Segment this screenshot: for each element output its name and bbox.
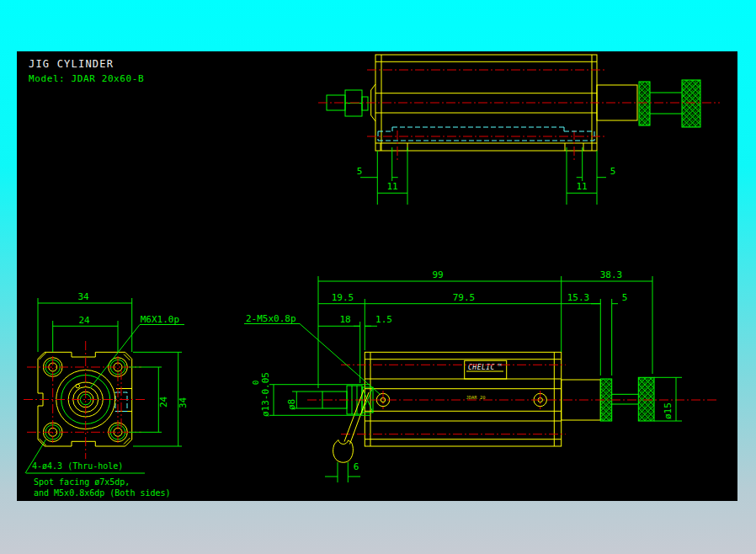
title-block: JIG CYLINDER Model: JDAR 20x60-B bbox=[29, 58, 144, 84]
nameplate: CHELIC TM JDAR 20 bbox=[465, 360, 507, 400]
wrench-symbol bbox=[333, 390, 369, 462]
body-marking: JDAR 20 bbox=[466, 395, 485, 400]
cad-drawing: JIG CYLINDER Model: JDAR 20x60-B bbox=[17, 51, 737, 501]
top-view-hidden-lines bbox=[378, 127, 594, 141]
top-view-adjuster bbox=[639, 80, 700, 127]
dim-piston-dia: ø8 bbox=[286, 399, 297, 410]
dim-gap: 1.5 bbox=[375, 314, 392, 325]
drawing-title: JIG CYLINDER bbox=[29, 58, 114, 70]
dim-extension-length: 15.3 bbox=[567, 292, 590, 303]
top-view: 5 11 5 11 bbox=[318, 55, 720, 205]
dim-port-width-right: 11 bbox=[576, 181, 587, 192]
dim-bolt-spacing-v: 24 bbox=[158, 396, 169, 408]
knurled-knob bbox=[638, 377, 654, 421]
note-spot-facing-1: Spot facing ø7x5dp, bbox=[34, 477, 130, 487]
dim-right-total: 38.3 bbox=[600, 269, 623, 280]
thread-callout: M6X1.0p bbox=[141, 314, 179, 325]
top-view-dimensions: 5 11 5 11 bbox=[357, 147, 616, 205]
dim-bolt-spacing-h: 24 bbox=[78, 315, 90, 326]
top-view-centerlines bbox=[318, 70, 720, 162]
dim-shoulder: 18 bbox=[339, 314, 350, 325]
note-thru-holes: 4-ø4.3 (Thru-hole) bbox=[32, 461, 123, 471]
front-view-dimensions: 34 24 24 34 M6X1.0p bbox=[38, 291, 189, 446]
dim-total-length: 99 bbox=[432, 269, 443, 280]
dim-wrench-flats: 6 bbox=[354, 461, 359, 472]
knob-diameter-dim: ø15 bbox=[654, 377, 682, 421]
dim-knurl-width: 5 bbox=[622, 292, 628, 303]
front-view-notes: 4-ø4.3 (Thru-hole) Spot facing ø7x5dp, a… bbox=[25, 439, 171, 498]
dim-body-height: 34 bbox=[178, 397, 189, 408]
dim-body-width: 34 bbox=[77, 291, 89, 302]
port-thread-label: 2-M5x0.8p bbox=[246, 313, 296, 324]
dim-port-width-left: 11 bbox=[386, 181, 397, 192]
front-view: 34 24 24 34 M6X1.0p 4-ø4.3 (Thru-hole) S… bbox=[24, 291, 189, 498]
dim-body-length: 79.5 bbox=[453, 292, 476, 303]
rod-washer bbox=[362, 97, 368, 110]
rod-diameter-dims: ø13-0.05 0 ø8 bbox=[252, 372, 370, 417]
dim-port-offset-left: 5 bbox=[357, 166, 363, 177]
knurled-disc bbox=[639, 82, 650, 125]
drawing-canvas[interactable]: JIG CYLINDER Model: JDAR 20x60-B bbox=[17, 51, 737, 501]
dim-rod-length: 19.5 bbox=[332, 292, 354, 303]
side-view: CHELIC TM JDAR 20 bbox=[244, 269, 717, 482]
dim-rod-dia-tol: 0 bbox=[252, 381, 260, 385]
side-view-adjuster bbox=[600, 377, 654, 421]
dim-port-offset-right: 5 bbox=[610, 166, 616, 177]
dim-knob-dia: ø15 bbox=[663, 402, 673, 419]
knurled-knob bbox=[682, 80, 700, 127]
side-view-centerlines bbox=[307, 365, 717, 434]
dim-rod-dia: ø13-0.05 bbox=[260, 372, 271, 417]
wrench-flats-dim: 6 bbox=[325, 461, 360, 482]
nameplate-text-line-2 bbox=[466, 376, 502, 378]
note-spot-facing-2: and M5x0.8x6dp (Both sides) bbox=[34, 488, 171, 498]
nameplate-text-line-1 bbox=[466, 374, 481, 376]
pin-hole bbox=[76, 384, 80, 388]
drawing-model: Model: JDAR 20x60-B bbox=[29, 73, 144, 84]
